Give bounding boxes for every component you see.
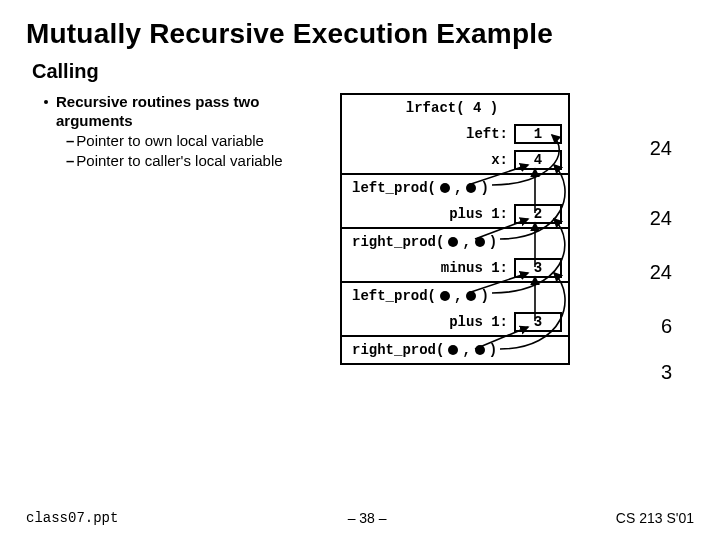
label-x: x:: [348, 152, 514, 168]
call-left-prod-2: left_prod(,): [342, 283, 568, 309]
pointer-dot-icon: [448, 237, 458, 247]
label-left: left:: [348, 126, 514, 142]
footer-page: – 38 –: [348, 510, 387, 526]
section-heading: Calling: [32, 60, 694, 83]
label-minus1: minus 1:: [348, 260, 514, 276]
footer-course: CS 213 S'01: [616, 510, 694, 526]
pointer-dot-icon: [440, 183, 450, 193]
stack-diagram: lrfact( 4 ) left:1 x:4 left_prod(,) plus…: [340, 93, 690, 365]
sub-bullet-2: –Pointer to caller's local variable: [66, 151, 326, 171]
call-right-prod-2: right_prod(,): [342, 337, 568, 363]
call-left-prod-1: left_prod(,): [342, 175, 568, 201]
pointer-dot-icon: [466, 183, 476, 193]
label-plus2: plus 1:: [348, 314, 514, 330]
bullet-list: Recursive routines pass two arguments –P…: [26, 93, 326, 171]
label-plus1: plus 1:: [348, 206, 514, 222]
val-minus1: 3: [514, 258, 562, 278]
sub-bullet-1: –Pointer to own local variable: [66, 131, 326, 151]
result-2: 24: [650, 207, 672, 230]
pointer-dot-icon: [466, 291, 476, 301]
pointer-dot-icon: [475, 237, 485, 247]
val-x: 4: [514, 150, 562, 170]
pointer-dot-icon: [448, 345, 458, 355]
pointer-dot-icon: [475, 345, 485, 355]
bullet-text: Recursive routines pass two arguments: [56, 93, 326, 131]
call-lrfact: lrfact( 4 ): [348, 100, 562, 116]
val-plus2: 3: [514, 312, 562, 332]
call-right-prod-1: right_prod(,): [342, 229, 568, 255]
bullet-dot-icon: [44, 100, 48, 104]
result-5: 3: [661, 361, 672, 384]
slide-title: Mutually Recursive Execution Example: [26, 18, 694, 50]
result-3: 24: [650, 261, 672, 284]
result-4: 6: [661, 315, 672, 338]
result-1: 24: [650, 137, 672, 160]
pointer-dot-icon: [440, 291, 450, 301]
val-plus1: 2: [514, 204, 562, 224]
footer-filename: class07.ppt: [26, 510, 118, 526]
val-left: 1: [514, 124, 562, 144]
